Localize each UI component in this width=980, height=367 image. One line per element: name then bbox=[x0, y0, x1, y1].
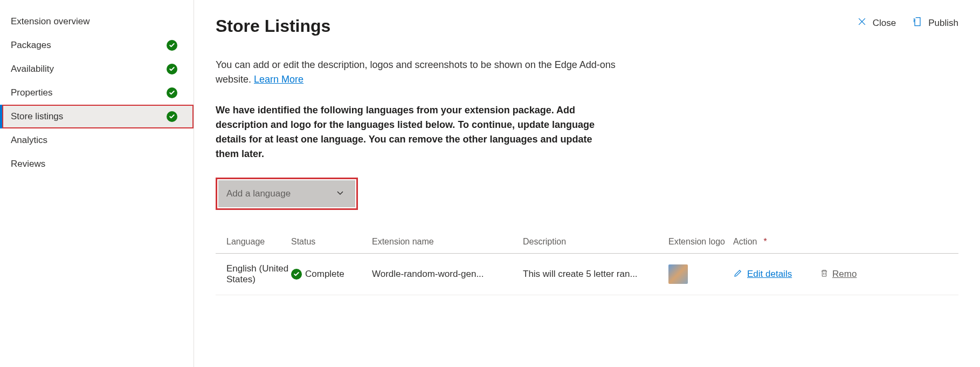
sidebar: Extension overview Packages Availability… bbox=[0, 0, 194, 367]
publish-button[interactable]: Publish bbox=[912, 16, 958, 30]
sidebar-item-analytics[interactable]: Analytics bbox=[0, 128, 194, 152]
cell-description: This will create 5 letter ran... bbox=[523, 269, 668, 280]
add-language-dropdown[interactable]: Add a language bbox=[218, 180, 355, 207]
publish-icon bbox=[912, 16, 923, 30]
pencil-icon bbox=[733, 268, 743, 281]
header-description: Description bbox=[523, 237, 668, 247]
learn-more-link[interactable]: Learn More bbox=[254, 74, 303, 85]
cell-language: English (United States) bbox=[226, 263, 291, 285]
instructions-text: We have identified the following languag… bbox=[216, 103, 604, 161]
checkmark-icon bbox=[167, 111, 177, 122]
cell-status: Complete bbox=[291, 269, 372, 280]
close-button[interactable]: Close bbox=[857, 16, 896, 30]
logo-thumbnail bbox=[668, 264, 688, 284]
cell-extension-name: Wordle-random-word-gen... bbox=[372, 269, 523, 280]
close-label: Close bbox=[873, 18, 896, 29]
chevron-down-icon bbox=[336, 188, 344, 200]
sidebar-item-label: Store listings bbox=[11, 111, 63, 122]
header-action: Action* bbox=[733, 237, 819, 247]
table-header: Language Status Extension name Descripti… bbox=[216, 237, 958, 254]
languages-table: Language Status Extension name Descripti… bbox=[216, 237, 958, 295]
publish-label: Publish bbox=[928, 18, 958, 29]
sidebar-item-reviews[interactable]: Reviews bbox=[0, 152, 194, 176]
main-content: Store Listings Close Publish You can add… bbox=[194, 0, 980, 367]
checkmark-icon bbox=[167, 64, 177, 74]
sidebar-item-packages[interactable]: Packages bbox=[0, 33, 194, 57]
checkmark-icon bbox=[291, 269, 302, 280]
sidebar-item-extension-overview[interactable]: Extension overview bbox=[0, 10, 194, 33]
sidebar-item-properties[interactable]: Properties bbox=[0, 81, 194, 105]
remove-label: Remo bbox=[832, 269, 857, 280]
sidebar-item-label: Properties bbox=[11, 87, 52, 98]
header-row: Store Listings Close Publish bbox=[216, 16, 958, 36]
sidebar-item-label: Analytics bbox=[11, 135, 47, 146]
checkmark-icon bbox=[167, 40, 177, 51]
required-star: * bbox=[763, 237, 767, 247]
header-extension-logo: Extension logo bbox=[668, 237, 733, 247]
header-extension-name: Extension name bbox=[372, 237, 523, 247]
page-title: Store Listings bbox=[216, 16, 330, 36]
dropdown-label: Add a language bbox=[226, 188, 291, 199]
sidebar-item-store-listings[interactable]: Store listings bbox=[0, 105, 194, 128]
trash-icon bbox=[819, 268, 829, 281]
cell-logo bbox=[668, 264, 733, 284]
dropdown-highlight: Add a language bbox=[216, 178, 358, 210]
description-text: You can add or edit the description, log… bbox=[216, 58, 625, 87]
sidebar-item-label: Packages bbox=[11, 40, 51, 51]
header-actions: Close Publish bbox=[857, 16, 958, 30]
header-status: Status bbox=[291, 237, 372, 247]
sidebar-item-label: Extension overview bbox=[11, 16, 89, 27]
header-language: Language bbox=[226, 237, 291, 247]
close-icon bbox=[857, 16, 867, 30]
checkmark-icon bbox=[167, 87, 177, 98]
sidebar-item-availability[interactable]: Availability bbox=[0, 57, 194, 81]
table-row: English (United States) Complete Wordle-… bbox=[216, 254, 958, 295]
sidebar-item-label: Availability bbox=[11, 64, 54, 74]
edit-details-link[interactable]: Edit details bbox=[747, 269, 792, 280]
sidebar-item-label: Reviews bbox=[11, 159, 45, 169]
cell-action: Edit details bbox=[733, 268, 819, 281]
cell-remove[interactable]: Remo bbox=[819, 268, 873, 281]
